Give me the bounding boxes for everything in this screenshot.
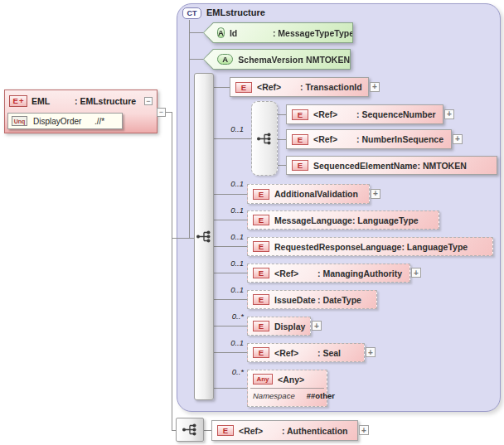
attribute-id[interactable]: A Id : MessageTypeType: [203, 22, 353, 43]
occurs-label-any: 0..*: [217, 367, 244, 376]
expand-button[interactable]: +: [411, 268, 421, 278]
element-name: MessageLanguage: [274, 215, 352, 225]
attribute-type: : NMTOKEN: [301, 55, 350, 65]
collapse-button[interactable]: −: [144, 97, 153, 105]
element-icon: E: [217, 425, 234, 436]
occurs-label-messagelanguage: 0..1: [217, 206, 244, 215]
element-name: <Ref>: [239, 426, 282, 436]
element-type: : NumberInSequence: [356, 134, 443, 144]
namespace-label: Namespace: [253, 391, 295, 400]
element-with-children-icon: E+: [9, 95, 27, 107]
sequence-compositor-main[interactable]: [194, 73, 214, 400]
element-type: : LanguageType: [401, 242, 468, 252]
occurs-label-issuedate: 0..1: [217, 285, 244, 294]
element-icon: E: [253, 321, 269, 331]
occurs-label-requestedresponselanguage: 0..1: [217, 232, 244, 241]
root-element-eml[interactable]: E+ EML : EMLstructure − Unq DisplayOrder…: [4, 89, 158, 133]
element-type: : ManagingAuthority: [317, 268, 402, 278]
attribute-content: A Id : MessageTypeType: [204, 23, 352, 42]
element-icon: E: [253, 215, 269, 225]
element-type: : NMTOKEN: [417, 161, 466, 171]
element-name: <Ref>: [257, 82, 300, 92]
sequence-icon: [256, 133, 273, 145]
element-icon: E: [292, 109, 308, 120]
element-icon: E: [253, 294, 269, 305]
element-name: Display: [274, 322, 305, 331]
attribute-type: : MessageTypeType: [273, 28, 354, 38]
element-sequencenumber[interactable]: E <Ref> : SequenceNumber +: [286, 104, 443, 124]
element-sequencedelementname[interactable]: E SequencedElementName : NMTOKEN: [286, 156, 497, 175]
root-element-name: EML: [32, 96, 75, 106]
occurs-label-managingauthority: 0..1: [217, 259, 244, 268]
element-icon: E: [292, 134, 308, 145]
any-title-row: Any <Any>: [248, 370, 327, 388]
element-type: : Authentication: [282, 426, 348, 436]
element-authentication[interactable]: E <Ref> : Authentication +: [211, 420, 358, 441]
element-name: AdditionalValidation: [274, 189, 358, 199]
element-transactionid[interactable]: E <Ref> : TransactionId +: [230, 77, 369, 97]
xsd-diagram: CT EMLstructure E+ EML : EMLstructure − …: [0, 0, 504, 445]
element-numberinsequence[interactable]: E <Ref> : NumberInSequence +: [286, 129, 452, 149]
element-icon: E: [292, 160, 308, 171]
occurs-label-sequence-group: 0..1: [217, 124, 244, 133]
element-issuedate[interactable]: E IssueDate : DateType: [247, 290, 377, 309]
expand-button[interactable]: +: [444, 109, 454, 119]
element-icon: E: [253, 189, 269, 200]
element-name: <Ref>: [313, 109, 356, 119]
element-icon: E: [235, 82, 252, 93]
element-icon: E: [253, 347, 269, 358]
attribute-icon: A: [217, 54, 233, 65]
occurs-label-additionalvalidation: 0..1: [217, 179, 244, 188]
element-seal[interactable]: E <Ref> : Seal +: [247, 343, 365, 362]
collapse-button[interactable]: −: [157, 108, 166, 117]
attribute-name: Id: [230, 28, 273, 38]
element-name: IssueDate: [274, 295, 317, 305]
unique-constraint[interactable]: Unq DisplayOrder .//*: [7, 113, 123, 129]
sequence-icon: [196, 230, 212, 243]
expand-button[interactable]: +: [453, 134, 463, 144]
element-name: <Ref>: [274, 268, 317, 278]
expand-button[interactable]: +: [371, 189, 380, 199]
element-name: SequencedElementName: [313, 161, 417, 171]
element-type: : LanguageType: [352, 215, 419, 225]
complex-type-title: EMLstructure: [206, 7, 265, 17]
unique-selector: .//*: [94, 117, 104, 126]
element-icon: E: [253, 268, 269, 278]
element-name: <Ref>: [313, 134, 356, 144]
element-name: <Any>: [278, 375, 304, 385]
element-name: RequestedResponseLanguage: [274, 242, 401, 252]
any-namespace-row: Namespace ##other: [248, 389, 327, 400]
unique-name: DisplayOrder: [33, 117, 94, 126]
attribute-name: SchemaVersion: [238, 55, 300, 65]
expand-button[interactable]: +: [370, 82, 380, 92]
expand-button[interactable]: +: [366, 347, 376, 357]
element-any[interactable]: Any <Any> Namespace ##other: [247, 370, 327, 407]
attribute-content: A SchemaVersion : NMTOKEN: [204, 50, 350, 69]
element-type: : DateType: [317, 295, 361, 305]
element-requestedresponselanguage[interactable]: E RequestedResponseLanguage : LanguageTy…: [247, 237, 493, 256]
root-element-title-row: E+ EML : EMLstructure −: [5, 90, 157, 112]
namespace-value: ##other: [307, 391, 335, 400]
unique-icon: Unq: [12, 116, 27, 126]
sequence-compositor-optional[interactable]: [251, 101, 278, 176]
sequence-icon: [182, 423, 198, 436]
element-type: : Seal: [317, 348, 341, 358]
expand-button[interactable]: +: [312, 321, 322, 331]
element-name: <Ref>: [274, 348, 317, 358]
sequence-compositor-authentication[interactable]: [176, 418, 204, 442]
root-element-type: : EMLstructure: [75, 96, 136, 106]
element-managingauthority[interactable]: E <Ref> : ManagingAuthority +: [247, 264, 410, 283]
expand-button[interactable]: +: [359, 425, 369, 435]
occurs-label-display: 0..*: [217, 312, 244, 321]
element-icon: E: [253, 241, 269, 252]
element-additionalvalidation[interactable]: E AdditionalValidation +: [247, 184, 370, 204]
element-display[interactable]: E Display +: [247, 317, 311, 336]
element-type: : TransactionId: [300, 82, 362, 92]
element-messagelanguage[interactable]: E MessageLanguage : LanguageType: [247, 210, 439, 230]
attribute-schemaversion[interactable]: A SchemaVersion : NMTOKEN: [203, 49, 351, 70]
occurs-label-seal: 0..1: [217, 338, 244, 347]
complex-type-badge: CT: [182, 7, 201, 19]
any-icon: Any: [253, 374, 273, 385]
element-type: : SequenceNumber: [356, 109, 436, 119]
attribute-icon: A: [217, 27, 225, 38]
